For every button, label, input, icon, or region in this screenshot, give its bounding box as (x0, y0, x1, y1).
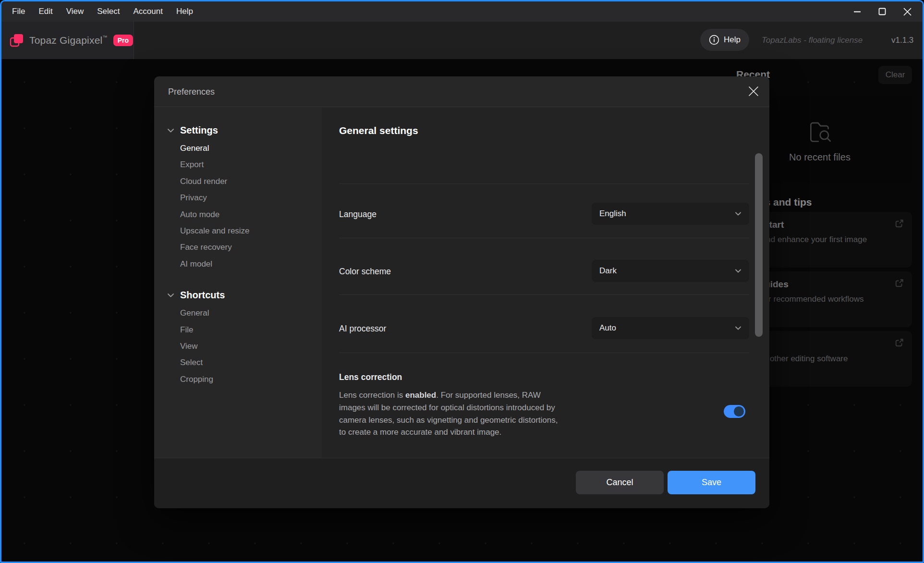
topaz-logo-icon (9, 33, 24, 48)
minimize-button[interactable] (845, 1, 870, 22)
cancel-button[interactable]: Cancel (576, 471, 664, 494)
dialog-title: Preferences (168, 76, 215, 107)
dialog-header: Preferences (154, 76, 769, 107)
dialog-footer: Cancel Save (154, 458, 769, 508)
close-button[interactable] (895, 1, 920, 22)
nav-item-cloud-render[interactable]: Cloud render (180, 173, 322, 190)
dialog-close-button[interactable] (745, 83, 762, 99)
close-icon (903, 8, 912, 16)
ai-processor-dropdown[interactable]: Auto (592, 317, 749, 339)
minimize-icon (853, 8, 861, 15)
dialog-content: General settings Language English Color … (322, 108, 769, 458)
language-value: English (599, 209, 626, 219)
nav-item-export[interactable]: Export (180, 157, 322, 173)
nav-item-auto-mode[interactable]: Auto mode (180, 207, 322, 223)
nav-item-shortcuts-file[interactable]: File (180, 322, 322, 338)
menu-view[interactable]: View (60, 1, 91, 22)
language-label: Language (339, 209, 377, 220)
chevron-down-icon (734, 209, 742, 218)
menu-file[interactable]: File (5, 1, 32, 22)
nav-item-privacy[interactable]: Privacy (180, 190, 322, 206)
nav-item-shortcuts-view[interactable]: View (180, 338, 322, 355)
menu-account[interactable]: Account (127, 1, 170, 22)
toggle-knob (734, 406, 744, 416)
nav-item-shortcuts-cropping[interactable]: Cropping (180, 371, 322, 388)
nav-item-upscale-and-resize[interactable]: Upscale and resize (180, 223, 322, 239)
nav-section-shortcuts[interactable]: Shortcuts (166, 285, 322, 305)
nav-item-ai-model[interactable]: AI model (180, 256, 322, 272)
dialog-scrollbar-thumb[interactable] (755, 153, 763, 337)
nav-section-label: Settings (180, 125, 218, 136)
app-header: Topaz Gigapixel™ Pro Help TopazLabs - fl… (1, 22, 923, 59)
nav-item-general[interactable]: General (180, 140, 322, 157)
brand-area: Topaz Gigapixel™ Pro (1, 22, 134, 59)
save-button[interactable]: Save (668, 471, 755, 494)
chevron-down-icon (166, 291, 175, 300)
version-text: v1.1.3 (891, 22, 913, 59)
nav-section-settings[interactable]: Settings (166, 120, 322, 140)
chevron-down-icon (734, 324, 742, 332)
preferences-dialog: Preferences Settings General Export Clou… (154, 76, 769, 508)
lens-correction-description: Lens correction is enabled. For supporte… (339, 389, 560, 439)
trademark: ™ (102, 35, 107, 40)
help-button[interactable]: Help (700, 29, 749, 51)
menu-edit[interactable]: Edit (32, 1, 59, 22)
nav-item-face-recovery[interactable]: Face recovery (180, 239, 322, 256)
color-scheme-dropdown[interactable]: Dark (592, 260, 749, 282)
language-dropdown[interactable]: English (592, 203, 749, 225)
general-settings-title: General settings (339, 125, 418, 136)
pro-badge: Pro (113, 35, 133, 46)
info-icon (709, 35, 719, 45)
nav-section-label: Shortcuts (180, 290, 225, 301)
maximize-button[interactable] (870, 1, 895, 22)
menu-select[interactable]: Select (90, 1, 126, 22)
ai-processor-label: AI processor (339, 324, 386, 334)
color-scheme-label: Color scheme (339, 267, 391, 277)
help-label: Help (724, 35, 741, 45)
ai-processor-value: Auto (599, 323, 616, 333)
nav-item-shortcuts-select[interactable]: Select (180, 355, 322, 371)
color-scheme-value: Dark (599, 266, 617, 276)
lens-correction-toggle[interactable] (724, 405, 745, 418)
maximize-icon (878, 8, 886, 15)
menu-help[interactable]: Help (170, 1, 200, 22)
menu-bar: File Edit View Select Account Help (1, 1, 923, 22)
close-icon (748, 86, 759, 97)
chevron-down-icon (734, 267, 742, 275)
chevron-down-icon (166, 126, 175, 135)
dialog-nav: Settings General Export Cloud render Pri… (154, 108, 322, 458)
window-controls (845, 1, 920, 22)
brand-name: Topaz Gigapixel™ (29, 35, 108, 46)
nav-item-shortcuts-general[interactable]: General (180, 305, 322, 321)
app-window: File Edit View Select Account Help Topaz… (0, 0, 924, 563)
license-text: TopazLabs - floating license (762, 22, 863, 59)
lens-correction-label: Lens correction (339, 372, 402, 382)
